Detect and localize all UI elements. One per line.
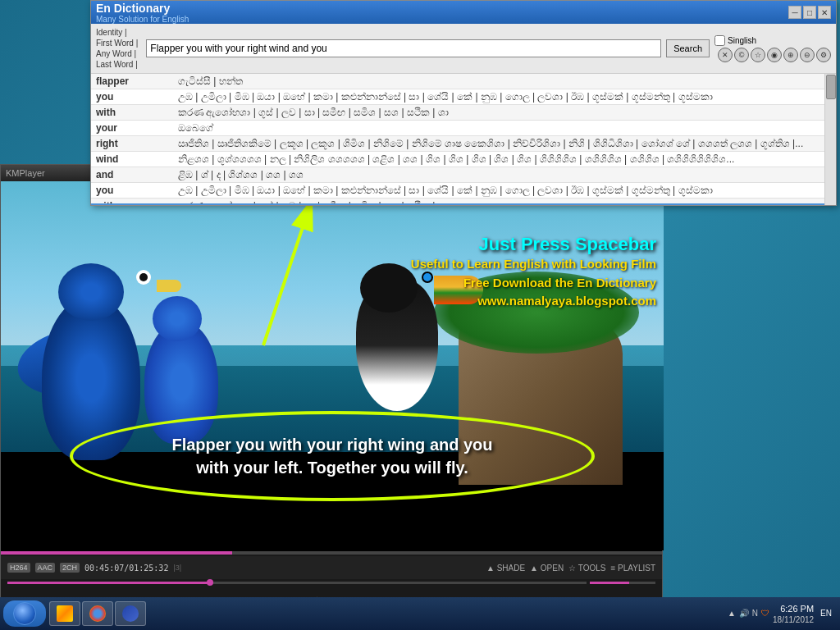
desktop: En Dictionary Many Solution for English … bbox=[0, 0, 840, 630]
toolbar-btn-4[interactable]: ◉ bbox=[767, 48, 782, 62]
word-cell: with bbox=[91, 199, 173, 206]
chrome-icon bbox=[89, 605, 106, 622]
bird-left-head bbox=[58, 263, 124, 321]
search-button[interactable]: Search bbox=[666, 39, 710, 57]
table-row[interactable]: andළිඹ | ශ් | ද | ශිශ්ශශ | ශශ | ශශ bbox=[91, 167, 836, 183]
taskbar-items bbox=[49, 601, 723, 626]
meaning-cell: උඹ | උමිලා | මිඹ | ඔයා | ඔහේ | කමා | කළු… bbox=[173, 89, 836, 105]
table-row[interactable]: rightඍජිතිශ | ඍජිතිශකිමේ | ලකූශ | ලකූශ |… bbox=[91, 136, 836, 152]
minimize-button[interactable]: ─ bbox=[788, 6, 801, 19]
overlay-text-area: Just Press Spacebar Useful to Learn Engl… bbox=[408, 231, 660, 314]
meaning-cell: ඍජිතිශ | ඍජිතිශකිමේ | ලකූශ | ලකූශ | ශිමි… bbox=[173, 136, 836, 152]
meaning-cell: ගැටිස්සී | හන්ත bbox=[173, 74, 836, 89]
subtitle-line1: Flapper you with your right wing and you bbox=[171, 433, 492, 456]
word-cell: you bbox=[91, 183, 173, 199]
meaning-cell: ළිඹ | ශ් | ද | ශිශ්ශශ | ශශ | ශශ bbox=[173, 167, 836, 183]
start-orb bbox=[13, 602, 36, 625]
open-button[interactable]: ▲ OPEN bbox=[530, 564, 564, 573]
scroll-thumb[interactable] bbox=[826, 75, 836, 99]
subtitle-oval: Flapper you with your right wing and you… bbox=[70, 411, 595, 501]
channel-badge: 2CH bbox=[60, 563, 80, 573]
scrollbar[interactable] bbox=[824, 74, 836, 205]
dictionary-table: flapperගැටිස්සී | හන්තyouඋඹ | උමිලා | මි… bbox=[91, 74, 836, 205]
table-row[interactable]: windනිළශශ | ශූශ්ශශශශ | නල | නිශිලිශ ශශශශ… bbox=[91, 152, 836, 167]
table-row[interactable]: youඋඹ | උමිලා | මිඹ | ඔයා | ඔහේ | කමා | … bbox=[91, 183, 836, 199]
clock-time[interactable]: 6:26 PM bbox=[780, 603, 814, 615]
table-row[interactable]: youඋඹ | උමිලා | මිඹ | ඔයා | ඔහේ | කමා | … bbox=[91, 89, 836, 105]
overlay-url: www.namalyaya.blogspot.com bbox=[411, 292, 656, 311]
word-cell: you bbox=[91, 89, 173, 105]
word-cell: and bbox=[91, 167, 173, 183]
toolbar-btn-5[interactable]: ⊕ bbox=[783, 48, 798, 62]
table-row[interactable]: withකරණ ඇශෝභශා | ගූස් | ල‍ව | සා | සමීඟ … bbox=[91, 105, 836, 121]
time-display: 00:45:07/01:25:32 bbox=[84, 564, 168, 573]
tray-network[interactable]: N bbox=[752, 609, 758, 618]
bird-left-eye bbox=[136, 270, 151, 285]
video-area: Just Press Spacebar Useful to Learn Engl… bbox=[1, 181, 664, 550]
singlish-checkbox-area[interactable]: Singlish bbox=[714, 35, 831, 46]
clock-date: 18/11/2012 bbox=[773, 615, 814, 624]
progress-track[interactable] bbox=[1, 551, 662, 555]
any-word-label[interactable]: Any Word | bbox=[96, 48, 138, 59]
system-tray: ▲ 🔊 N 🛡 6:26 PM 18/11/2012 EN bbox=[723, 603, 837, 624]
taskbar-item-km[interactable] bbox=[115, 601, 146, 626]
first-word-label[interactable]: First Word | bbox=[96, 38, 138, 48]
toolbar-btn-2[interactable]: © bbox=[734, 48, 749, 62]
taskbar-item-explorer[interactable] bbox=[49, 601, 80, 626]
audio-badge: AAC bbox=[35, 563, 56, 573]
search-input[interactable] bbox=[146, 39, 661, 57]
overlay-title: Just Press Spacebar bbox=[411, 234, 656, 255]
table-row[interactable]: yourඔබෙගේ bbox=[91, 121, 836, 136]
tray-virus[interactable]: 🛡 bbox=[761, 609, 769, 618]
bird-left-eye-pupil bbox=[139, 273, 148, 281]
window-controls: ─ □ ✕ bbox=[788, 6, 831, 19]
taskbar-item-chrome[interactable] bbox=[82, 601, 113, 626]
tray-volume[interactable]: 🔊 bbox=[739, 609, 749, 618]
playlist-button[interactable]: ≡ PLAYLIST bbox=[610, 564, 655, 573]
format-badge: H264 bbox=[7, 563, 30, 573]
meaning-cell: කරණ ඇශෝභශා | ගූස් | ල‍ව | සා | සමීඟ | සම… bbox=[173, 105, 836, 121]
identity-label[interactable]: Identity | bbox=[96, 27, 138, 38]
main-seek-bar[interactable] bbox=[7, 582, 587, 584]
word-cell: your bbox=[91, 121, 173, 136]
singlish-checkbox[interactable] bbox=[714, 35, 725, 46]
dictionary-window: En Dictionary Many Solution for English … bbox=[90, 0, 837, 206]
tools-button[interactable]: ☆ TOOLS bbox=[568, 564, 605, 573]
dictionary-table-scroll: flapperගැටිස්සී | හන්තyouඋඹ | උමිලා | මි… bbox=[91, 74, 836, 205]
search-type-labels: Identity | First Word | Any Word | Last … bbox=[96, 27, 138, 70]
overlay-desc1: Useful to Learn English with Looking Fil… bbox=[411, 255, 656, 274]
start-button[interactable] bbox=[3, 600, 46, 627]
progress-bar-area[interactable] bbox=[1, 551, 662, 556]
explorer-icon bbox=[57, 605, 73, 622]
dictionary-title: En Dictionary bbox=[96, 2, 189, 15]
toolbar-icon-buttons: ✕ © ☆ ◉ ⊕ ⊖ ⚙ bbox=[718, 48, 831, 62]
volume-bar[interactable] bbox=[590, 582, 655, 584]
clock-area: 6:26 PM 18/11/2012 bbox=[773, 603, 814, 624]
table-row[interactable]: flapperගැටිස්සී | හන්ත bbox=[91, 74, 836, 89]
toolbar-btn-6[interactable]: ⊖ bbox=[800, 48, 815, 62]
toolbar-btn-3[interactable]: ☆ bbox=[751, 48, 765, 62]
toolbar-btn-7[interactable]: ⚙ bbox=[816, 48, 831, 62]
progress-fill bbox=[1, 551, 232, 555]
meaning-cell: කරණ ඇශෝභශා | ගූස් | ල‍ව | සා | සමීඟ | සම… bbox=[173, 199, 836, 206]
time-total: 01:25:32 bbox=[129, 564, 168, 573]
kmplayer-title: KMPlayer bbox=[6, 168, 45, 178]
overlay-desc2: Free Download the En Dictionary bbox=[411, 274, 656, 293]
dictionary-content-wrapper: flapperගැටිස්සී | හන්තyouඋඹ | උමිලා | මි… bbox=[91, 74, 836, 205]
lang-indicator[interactable]: EN bbox=[820, 609, 832, 618]
last-word-label[interactable]: Last Word | bbox=[96, 59, 138, 70]
dictionary-titlebar: En Dictionary Many Solution for English … bbox=[91, 1, 836, 24]
dictionary-content[interactable]: flapperගැටිස්සී | හන්තyouඋඹ | උමිලා | මි… bbox=[91, 74, 836, 205]
maximize-button[interactable]: □ bbox=[803, 6, 816, 19]
km-icon bbox=[122, 605, 139, 622]
taskbar: ▲ 🔊 N 🛡 6:26 PM 18/11/2012 EN bbox=[0, 597, 840, 630]
shade-button[interactable]: ▲ SHADE bbox=[486, 564, 525, 573]
toolbar-btn-1[interactable]: ✕ bbox=[718, 48, 733, 62]
time-current: 00:45:07 bbox=[84, 564, 124, 573]
close-button[interactable]: ✕ bbox=[818, 6, 831, 19]
singlish-label: Singlish bbox=[728, 36, 756, 45]
bird-middle-head bbox=[153, 296, 202, 341]
table-row[interactable]: withකරණ ඇශෝභශා | ගූස් | ල‍ව | සා | සමීඟ … bbox=[91, 199, 836, 206]
tray-up-arrow[interactable]: ▲ bbox=[728, 609, 736, 618]
word-cell: flapper bbox=[91, 74, 173, 89]
